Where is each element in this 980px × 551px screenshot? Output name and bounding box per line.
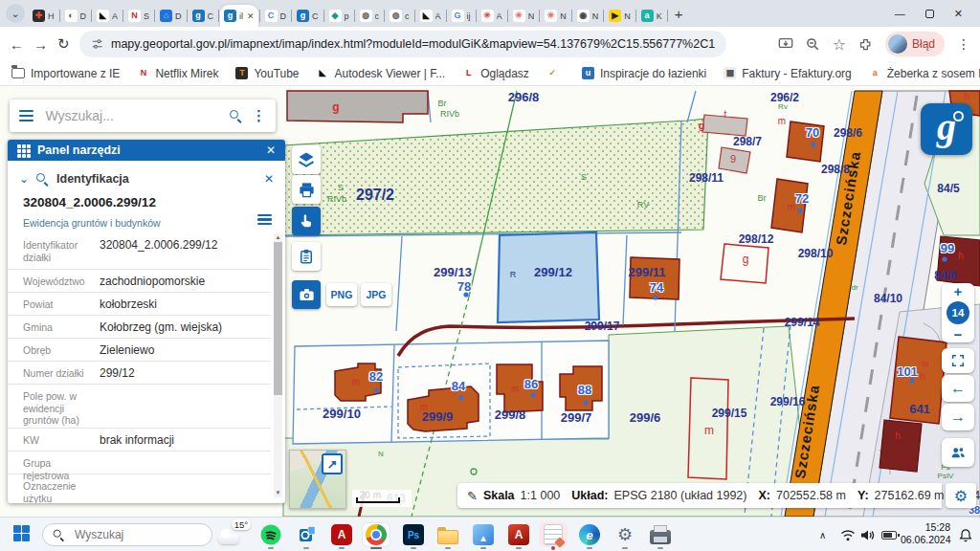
panel-close-icon[interactable]: ✕	[266, 143, 276, 157]
bookmark-item[interactable]: ▦ Faktury - Efaktury.org	[724, 67, 851, 80]
browser-tab[interactable]: a K ✕	[637, 5, 666, 27]
extensions-icon[interactable]	[858, 37, 873, 52]
chrome-icon[interactable]	[362, 522, 390, 547]
tab-title: D	[175, 11, 182, 21]
zoom-out-button[interactable]: −	[954, 327, 963, 342]
search-icon[interactable]	[230, 110, 242, 122]
print-button[interactable]	[292, 175, 321, 204]
layers-button[interactable]	[292, 145, 321, 174]
browser-tab[interactable]: g C ✕	[189, 5, 218, 27]
battery-icon[interactable]	[881, 522, 897, 547]
tab-favicon-icon: g	[224, 10, 236, 22]
bookmark-item[interactable]: N Netflix Mirek	[137, 67, 218, 80]
bookmark-item[interactable]: a Żeberka z sosem BB...	[869, 67, 980, 80]
tab-title: c	[375, 11, 380, 21]
wifi-icon[interactable]	[840, 522, 856, 547]
reload-button[interactable]: ↻	[57, 35, 70, 53]
acrobat-icon[interactable]: A	[329, 522, 354, 547]
autocad-icon[interactable]: A	[506, 522, 531, 547]
settings-icon[interactable]: ⚙	[612, 522, 637, 547]
volume-icon[interactable]	[860, 522, 875, 547]
taskbar-search-input[interactable]	[73, 527, 178, 542]
png-export-button[interactable]: PNG	[326, 283, 357, 306]
maximize-button[interactable]	[925, 10, 934, 18]
fullscreen-button[interactable]	[942, 348, 974, 373]
bookmark-item[interactable]: ◣ Autodesk Viewer | F...	[317, 67, 446, 80]
address-bar[interactable]: mapy.geoportal.gov.pl/imapnext/imap/inde…	[79, 31, 726, 57]
browser-tab[interactable]: C D ✕	[261, 5, 291, 27]
search-options-icon[interactable]: ⋮	[252, 107, 266, 124]
bookmark-item[interactable]: L Oglądasz	[462, 67, 529, 80]
section-close-icon[interactable]: ✕	[264, 172, 274, 186]
bookmark-item[interactable]: ✓	[546, 67, 565, 79]
photoshop-icon[interactable]: Ps	[401, 522, 426, 547]
bookmark-star-icon[interactable]: ☆	[833, 35, 846, 54]
chevron-down-icon[interactable]: ⌄	[19, 172, 29, 186]
browser-menu-icon[interactable]: ⋮	[957, 36, 970, 52]
geoportal-logo[interactable]: g	[921, 103, 972, 155]
tab-search-button[interactable]: ⌄	[6, 4, 25, 23]
close-window-button[interactable]: ✕	[954, 8, 963, 20]
profile-chip[interactable]: Błąd	[885, 32, 945, 56]
bookmark-item[interactable]: T YouTube	[235, 67, 299, 80]
browser-tab[interactable]: ✚ H ✕	[29, 5, 58, 27]
taskbar-search[interactable]	[42, 523, 212, 546]
browser-tab[interactable]: ◍ c ✕	[386, 5, 413, 27]
outlook-icon[interactable]	[294, 522, 319, 547]
browser-tab[interactable]: N S ✕	[124, 5, 153, 27]
browser-tab[interactable]: g C ✕	[293, 5, 323, 27]
bookmark-item[interactable]: u Inspiracje do łazienki	[582, 67, 706, 80]
browser-tab[interactable]: ▶ N ✕	[605, 5, 635, 27]
site-settings-icon[interactable]	[91, 37, 103, 51]
file-explorer-icon[interactable]	[435, 522, 460, 547]
browser-tab[interactable]: ◣ A ✕	[416, 5, 445, 27]
forward-button[interactable]: →	[33, 36, 48, 53]
browser-tab[interactable]: g il ✕	[220, 5, 258, 27]
browser-tab[interactable]: ◍ c ✕	[356, 5, 384, 27]
browser-tab[interactable]: ◐ D ✕	[61, 5, 91, 27]
browser-tab[interactable]: ◆ p ✕	[325, 5, 353, 27]
weather-widget[interactable]: 15°	[218, 521, 251, 546]
browser-tab[interactable]: ◉ N ✕	[573, 5, 603, 27]
edge-icon[interactable]: e	[577, 522, 602, 547]
browser-tab[interactable]: ⌂ D ✕	[156, 5, 186, 27]
notification-bell-icon[interactable]	[959, 522, 972, 547]
printer-icon[interactable]	[648, 522, 673, 547]
menu-icon[interactable]	[19, 110, 33, 121]
browser-tab[interactable]: G ij ✕	[448, 5, 475, 27]
tab-close-icon[interactable]: ✕	[247, 11, 255, 21]
screenshot-button[interactable]	[292, 280, 321, 309]
new-tab-button[interactable]: +	[675, 6, 683, 22]
scrollbar-thumb[interactable]	[274, 242, 282, 395]
browser-tab[interactable]: ✳ N ✕	[509, 5, 539, 27]
start-button[interactable]	[13, 525, 30, 541]
bookmark-item[interactable]: Importowane z IE	[11, 67, 120, 80]
install-icon[interactable]	[778, 37, 793, 51]
zoom-out-icon[interactable]	[806, 37, 820, 52]
browser-tab[interactable]: ✳ N ✕	[541, 5, 570, 27]
clock[interactable]: 15:28 06.06.2024	[901, 521, 950, 546]
notes-app-icon[interactable]	[539, 522, 568, 547]
contact-button[interactable]	[942, 438, 974, 467]
photos-icon[interactable]: ▲	[471, 522, 496, 547]
back-button[interactable]: ←	[10, 36, 24, 53]
jpg-export-button[interactable]: JPG	[361, 283, 391, 306]
feature-menu-icon[interactable]	[257, 214, 272, 225]
clipboard-button[interactable]	[292, 242, 321, 271]
identify-tool-button[interactable]	[292, 207, 321, 235]
next-view-button[interactable]: →	[942, 404, 974, 430]
settings-gear-button[interactable]: ⚙	[946, 483, 976, 508]
zoom-in-button[interactable]: +	[954, 284, 963, 298]
browser-tab[interactable]: ◣ A ✕	[93, 5, 122, 27]
map-search-input[interactable]	[43, 107, 220, 124]
previous-view-button[interactable]: ←	[942, 375, 974, 402]
browser-tab[interactable]: ✳ A ✕	[478, 5, 506, 27]
panel-header[interactable]: Panel narzędzi ✕	[8, 140, 285, 161]
map-canvas[interactable]: gBrRIVb296/8296/2RvSRIVb297/2SRVgt298/7m…	[0, 86, 980, 517]
pencil-icon[interactable]: ✎	[467, 489, 478, 503]
panel-scrollbar[interactable]: ▲ ▼	[274, 233, 282, 497]
tray-chevron-icon[interactable]: ∧	[819, 522, 826, 547]
minimize-button[interactable]: —	[895, 8, 905, 19]
minimap-expand-icon[interactable]: ↗	[322, 453, 343, 474]
spotify-icon[interactable]	[258, 522, 283, 547]
